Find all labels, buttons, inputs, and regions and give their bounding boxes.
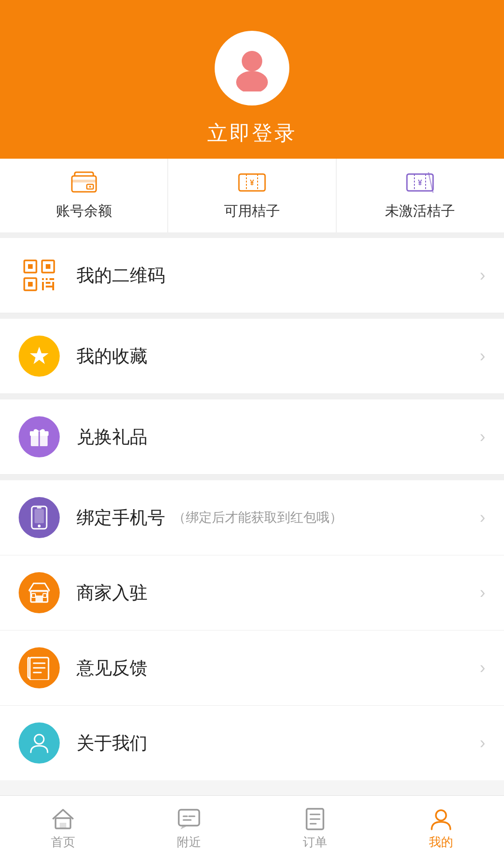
svg-rect-25 <box>46 282 50 284</box>
menu-item-merchant-join[interactable]: 商家入驻 › <box>0 555 504 631</box>
svg-rect-26 <box>52 282 54 290</box>
about-icon <box>27 731 51 755</box>
svg-rect-37 <box>35 596 43 602</box>
nav-item-nearby[interactable]: 附近 <box>126 796 252 862</box>
svg-rect-48 <box>179 810 199 826</box>
star-icon <box>28 344 51 368</box>
avatar-icon <box>229 45 275 91</box>
mine-icon <box>429 808 453 830</box>
inactive-coupon-icon: ¥ <box>406 171 434 194</box>
separator-1 <box>0 313 504 319</box>
qr-code-arrow: › <box>480 266 485 285</box>
nav-nearby-label: 附近 <box>177 834 201 850</box>
about-us-text-wrap: 关于我们 <box>77 731 480 755</box>
account-balance-label: 账号余额 <box>56 202 112 221</box>
merchant-join-label: 商家入驻 <box>77 581 147 605</box>
menu-list: 我的二维码 › 我的收藏 › 兑换礼品 › <box>0 238 504 780</box>
svg-rect-47 <box>60 823 66 828</box>
favorites-icon-wrap <box>19 336 60 377</box>
about-us-label: 关于我们 <box>77 731 147 755</box>
home-icon <box>51 808 75 830</box>
merchant-icon <box>27 581 51 605</box>
favorites-arrow: › <box>480 346 485 366</box>
nav-orders-label: 订单 <box>303 834 327 850</box>
qr-code-label: 我的二维码 <box>77 264 165 287</box>
favorites-text-wrap: 我的收藏 <box>77 344 480 368</box>
feedback-icon-wrap <box>19 647 60 688</box>
coupon-icon: ¥ <box>238 171 266 194</box>
about-us-arrow: › <box>480 733 485 753</box>
chat-icon <box>177 808 201 830</box>
merchant-join-arrow: › <box>480 583 485 603</box>
avatar[interactable] <box>215 31 289 105</box>
svg-rect-22 <box>46 278 48 280</box>
redeem-gift-label: 兑换礼品 <box>77 425 147 449</box>
svg-point-1 <box>236 71 268 91</box>
bind-phone-label: 绑定手机号 <box>77 506 165 530</box>
orders-icon <box>303 808 327 830</box>
svg-point-45 <box>35 735 44 744</box>
gift-icon-wrap <box>19 416 60 457</box>
svg-point-5 <box>89 186 91 188</box>
quick-item-inactive-orange[interactable]: ¥ 未激活桔子 <box>336 159 504 232</box>
quick-item-account-balance[interactable]: 账号余额 <box>0 159 168 232</box>
phone-icon <box>29 505 49 530</box>
menu-item-redeem-gift[interactable]: 兑换礼品 › <box>0 399 504 475</box>
feedback-icon <box>27 656 51 680</box>
qr-code-icon <box>19 255 60 296</box>
inactive-orange-label: 未激活桔子 <box>385 202 455 221</box>
svg-rect-23 <box>49 278 54 280</box>
svg-rect-35 <box>37 507 42 509</box>
favorites-label: 我的收藏 <box>77 344 147 368</box>
nav-item-mine[interactable]: 我的 <box>378 796 504 862</box>
feedback-arrow: › <box>480 658 485 678</box>
nav-item-orders[interactable]: 订单 <box>252 796 378 862</box>
merchant-icon-wrap <box>19 572 60 613</box>
svg-marker-28 <box>30 347 49 364</box>
nav-home-label: 首页 <box>51 834 75 850</box>
bottom-navigation: 首页 附近 订单 我的 <box>0 795 504 862</box>
quick-actions-bar: 账号余额 ¥ 可用桔子 ¥ 未激活桔子 <box>0 159 504 238</box>
svg-rect-24 <box>42 282 44 290</box>
gift-icon <box>27 425 51 449</box>
svg-text:¥: ¥ <box>250 179 254 187</box>
bind-phone-sub-label: （绑定后才能获取到红包哦） <box>173 509 343 526</box>
nav-mine-label: 我的 <box>429 834 453 850</box>
svg-rect-3 <box>72 180 96 182</box>
nav-item-home[interactable]: 首页 <box>0 796 126 862</box>
svg-text:¥: ¥ <box>418 179 422 187</box>
menu-item-about-us[interactable]: 关于我们 › <box>0 706 504 780</box>
separator-3 <box>0 475 504 480</box>
feedback-label: 意见反馈 <box>77 656 147 680</box>
svg-rect-40 <box>43 594 47 597</box>
qr-code-text-wrap: 我的二维码 <box>77 264 480 287</box>
login-prompt[interactable]: 立即登录 <box>207 119 297 147</box>
svg-rect-16 <box>28 264 33 269</box>
menu-item-qr-code[interactable]: 我的二维码 › <box>0 238 504 313</box>
svg-rect-41 <box>30 658 49 680</box>
svg-point-34 <box>38 525 41 527</box>
svg-rect-38 <box>29 590 49 592</box>
available-orange-label: 可用桔子 <box>224 202 280 221</box>
svg-rect-39 <box>32 594 35 597</box>
merchant-join-text-wrap: 商家入驻 <box>77 581 480 605</box>
quick-item-available-orange[interactable]: ¥ 可用桔子 <box>168 159 336 232</box>
wallet-icon <box>70 171 98 194</box>
menu-item-bind-phone[interactable]: 绑定手机号 （绑定后才能获取到红包哦） › <box>0 480 504 555</box>
separator-2 <box>0 394 504 399</box>
about-icon-wrap <box>19 722 60 764</box>
svg-point-56 <box>436 810 446 820</box>
svg-point-0 <box>242 51 262 71</box>
feedback-text-wrap: 意见反馈 <box>77 656 480 680</box>
redeem-gift-text-wrap: 兑换礼品 <box>77 425 480 449</box>
bind-phone-arrow: › <box>480 508 485 527</box>
menu-item-feedback[interactable]: 意见反馈 › <box>0 631 504 706</box>
header-section: 立即登录 <box>0 0 504 159</box>
menu-item-favorites[interactable]: 我的收藏 › <box>0 319 504 394</box>
svg-rect-33 <box>35 509 44 523</box>
svg-rect-20 <box>28 282 33 287</box>
svg-rect-21 <box>42 278 44 280</box>
svg-rect-27 <box>46 286 52 287</box>
bind-phone-text-wrap: 绑定手机号 （绑定后才能获取到红包哦） <box>77 506 480 530</box>
svg-rect-18 <box>46 264 50 269</box>
